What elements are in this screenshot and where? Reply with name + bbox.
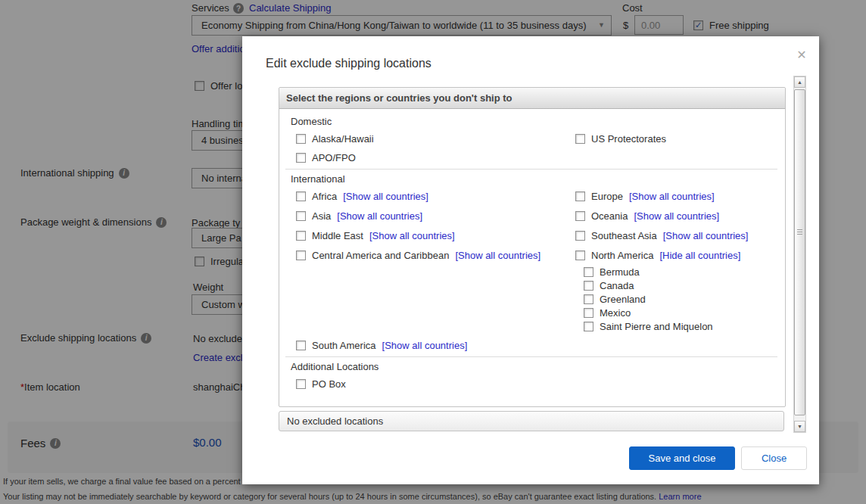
apo-fpo-checkbox[interactable]	[296, 153, 306, 163]
middle-east-row[interactable]: Middle East [Show all countries]	[296, 230, 455, 241]
edit-exclude-shipping-modal: Edit exclude shipping locations ✕ Select…	[242, 36, 819, 484]
po-box-checkbox[interactable]	[296, 379, 306, 389]
canada-label[interactable]: Canada	[600, 280, 634, 291]
international-header: International	[291, 173, 345, 185]
divider	[285, 356, 777, 357]
scroll-down-icon[interactable]: ▼	[794, 421, 805, 432]
africa-label[interactable]: Africa	[312, 191, 337, 202]
excluded-locations-bar: No excluded locations	[279, 411, 784, 431]
mexico-row[interactable]: Mexico	[584, 307, 631, 319]
us-protectorates-row[interactable]: US Protectorates	[575, 133, 666, 145]
asia-label[interactable]: Asia	[312, 210, 331, 222]
central-america-row[interactable]: Central America and Caribbean [Show all …	[296, 250, 540, 261]
us-protectorates-checkbox[interactable]	[575, 134, 585, 144]
africa-row[interactable]: Africa [Show all countries]	[296, 191, 428, 202]
middle-east-label[interactable]: Middle East	[312, 230, 363, 241]
southeast-asia-checkbox[interactable]	[575, 231, 585, 241]
modal-scrollbar[interactable]: ▲ ▼	[793, 76, 806, 433]
close-button[interactable]: Close	[741, 446, 807, 470]
africa-checkbox[interactable]	[296, 191, 306, 201]
north-america-row[interactable]: North America [Hide all countries]	[575, 250, 740, 261]
page: Services ? Calculate Shipping Economy Sh…	[0, 0, 866, 504]
scroll-up-icon[interactable]: ▲	[794, 76, 805, 88]
regions-panel: Select the regions or countries you don'…	[279, 87, 786, 407]
middle-east-checkbox[interactable]	[296, 231, 306, 241]
alaska-hawaii-label[interactable]: Alaska/Hawaii	[312, 133, 374, 145]
apo-fpo-label[interactable]: APO/FPO	[312, 152, 356, 163]
south-america-row[interactable]: South America [Show all countries]	[296, 340, 467, 351]
north-america-label[interactable]: North America	[591, 250, 653, 261]
oceania-show-countries-link[interactable]: [Show all countries]	[634, 210, 719, 222]
europe-row[interactable]: Europe [Show all countries]	[575, 191, 715, 202]
asia-row[interactable]: Asia [Show all countries]	[296, 210, 422, 222]
asia-show-countries-link[interactable]: [Show all countries]	[337, 210, 422, 222]
saint-pierre-row[interactable]: Saint Pierre and Miquelon	[584, 321, 713, 332]
close-icon[interactable]: ✕	[793, 47, 810, 64]
canada-checkbox[interactable]	[584, 281, 593, 291]
central-america-label[interactable]: Central America and Caribbean	[312, 250, 449, 261]
greenland-checkbox[interactable]	[584, 294, 593, 304]
north-america-hide-countries-link[interactable]: [Hide all countries]	[659, 250, 740, 261]
bermuda-label[interactable]: Bermuda	[600, 266, 640, 278]
scrollbar-grip	[797, 229, 802, 235]
south-america-checkbox[interactable]	[296, 341, 306, 350]
regions-panel-header: Select the regions or countries you don'…	[279, 88, 785, 109]
greenland-row[interactable]: Greenland	[584, 294, 646, 305]
alaska-hawaii-row[interactable]: Alaska/Hawaii	[296, 133, 374, 145]
po-box-label[interactable]: PO Box	[312, 378, 346, 390]
greenland-label[interactable]: Greenland	[600, 294, 646, 305]
north-america-checkbox[interactable]	[575, 250, 585, 260]
modal-title: Edit exclude shipping locations	[266, 57, 431, 70]
additional-locations-header: Additional Locations	[291, 361, 378, 372]
central-america-checkbox[interactable]	[296, 250, 306, 260]
us-protectorates-label[interactable]: US Protectorates	[591, 133, 666, 145]
oceania-checkbox[interactable]	[575, 211, 585, 221]
oceania-label[interactable]: Oceania	[591, 210, 628, 222]
south-america-label[interactable]: South America	[312, 340, 376, 351]
domestic-header: Domestic	[291, 116, 332, 127]
apo-fpo-row[interactable]: APO/FPO	[296, 152, 356, 163]
mexico-checkbox[interactable]	[584, 308, 593, 318]
europe-show-countries-link[interactable]: [Show all countries]	[629, 191, 715, 202]
canada-row[interactable]: Canada	[584, 280, 634, 291]
bermuda-checkbox[interactable]	[584, 267, 593, 277]
southeast-asia-row[interactable]: Southeast Asia [Show all countries]	[575, 230, 748, 241]
southeast-asia-label[interactable]: Southeast Asia	[591, 230, 657, 241]
africa-show-countries-link[interactable]: [Show all countries]	[343, 191, 428, 202]
central-america-show-countries-link[interactable]: [Show all countries]	[455, 250, 540, 261]
saint-pierre-label[interactable]: Saint Pierre and Miquelon	[600, 321, 713, 332]
bermuda-row[interactable]: Bermuda	[584, 266, 640, 278]
oceania-row[interactable]: Oceania [Show all countries]	[575, 210, 719, 222]
europe-checkbox[interactable]	[575, 191, 585, 201]
southeast-asia-show-countries-link[interactable]: [Show all countries]	[663, 230, 749, 241]
po-box-row[interactable]: PO Box	[296, 378, 346, 390]
save-and-close-button[interactable]: Save and close	[629, 446, 735, 470]
mexico-label[interactable]: Mexico	[600, 307, 631, 319]
europe-label[interactable]: Europe	[591, 191, 623, 202]
saint-pierre-checkbox[interactable]	[584, 322, 593, 331]
asia-checkbox[interactable]	[296, 211, 306, 221]
alaska-hawaii-checkbox[interactable]	[296, 134, 306, 144]
scrollbar-thumb[interactable]	[794, 89, 805, 415]
south-america-show-countries-link[interactable]: [Show all countries]	[382, 340, 468, 351]
divider	[285, 169, 777, 170]
middle-east-show-countries-link[interactable]: [Show all countries]	[369, 230, 455, 241]
